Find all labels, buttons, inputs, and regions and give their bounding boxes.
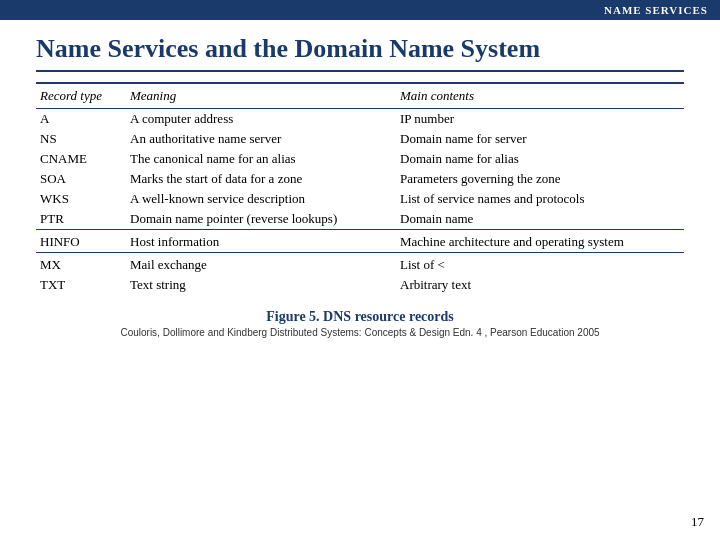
contents-cname: Domain name for alias bbox=[396, 149, 684, 169]
contents-txt: Arbitrary text bbox=[396, 275, 684, 295]
meaning-ns: An authoritative name server bbox=[126, 129, 396, 149]
meaning-txt: Text string bbox=[126, 275, 396, 295]
col-header-contents: Main contents bbox=[396, 83, 684, 109]
table-row: NS An authoritative name server Domain n… bbox=[36, 129, 684, 149]
table-row: MX Mail exchange List of < bbox=[36, 253, 684, 276]
figure-sub: Couloris, Dollimore and Kindberg Distrib… bbox=[0, 327, 720, 338]
table-row: SOA Marks the start of data for a zone P… bbox=[36, 169, 684, 189]
col-header-meaning: Meaning bbox=[126, 83, 396, 109]
meaning-wks: A well-known service description bbox=[126, 189, 396, 209]
record-type-cname: CNAME bbox=[36, 149, 126, 169]
table-row: CNAME The canonical name for an alias Do… bbox=[36, 149, 684, 169]
meaning-mx: Mail exchange bbox=[126, 253, 396, 276]
dns-table-container: Record type Meaning Main contents A A co… bbox=[36, 82, 684, 295]
meaning-cname: The canonical name for an alias bbox=[126, 149, 396, 169]
record-type-ns: NS bbox=[36, 129, 126, 149]
contents-hinfo: Machine architecture and operating syste… bbox=[396, 230, 684, 253]
figure-caption: Figure 5. DNS resource records bbox=[0, 309, 720, 325]
contents-a: IP number bbox=[396, 109, 684, 130]
contents-ns: Domain name for server bbox=[396, 129, 684, 149]
meaning-hinfo: Host information bbox=[126, 230, 396, 253]
record-type-wks: WKS bbox=[36, 189, 126, 209]
contents-mx: List of < bbox=[396, 253, 684, 276]
table-header-row: Record type Meaning Main contents bbox=[36, 83, 684, 109]
meaning-ptr: Domain name pointer (reverse lookups) bbox=[126, 209, 396, 230]
record-type-ptr: PTR bbox=[36, 209, 126, 230]
title-divider bbox=[36, 70, 684, 72]
table-row: TXT Text string Arbitrary text bbox=[36, 275, 684, 295]
table-row: PTR Domain name pointer (reverse lookups… bbox=[36, 209, 684, 230]
page-number: 17 bbox=[691, 514, 704, 530]
col-header-type: Record type bbox=[36, 83, 126, 109]
record-type-mx: MX bbox=[36, 253, 126, 276]
record-type-txt: TXT bbox=[36, 275, 126, 295]
record-type-hinfo: HINFO bbox=[36, 230, 126, 253]
contents-soa: Parameters governing the zone bbox=[396, 169, 684, 189]
page-title: Name Services and the Domain Name System bbox=[0, 20, 720, 70]
record-type-soa: SOA bbox=[36, 169, 126, 189]
meaning-a: A computer address bbox=[126, 109, 396, 130]
dns-table: Record type Meaning Main contents A A co… bbox=[36, 82, 684, 295]
table-row: HINFO Host information Machine architect… bbox=[36, 230, 684, 253]
header-bar: NAME SERVICES bbox=[0, 0, 720, 20]
record-type-a: A bbox=[36, 109, 126, 130]
meaning-soa: Marks the start of data for a zone bbox=[126, 169, 396, 189]
table-row: WKS A well-known service description Lis… bbox=[36, 189, 684, 209]
contents-ptr: Domain name bbox=[396, 209, 684, 230]
table-row: A A computer address IP number bbox=[36, 109, 684, 130]
header-title: NAME SERVICES bbox=[604, 4, 708, 16]
contents-wks: List of service names and protocols bbox=[396, 189, 684, 209]
